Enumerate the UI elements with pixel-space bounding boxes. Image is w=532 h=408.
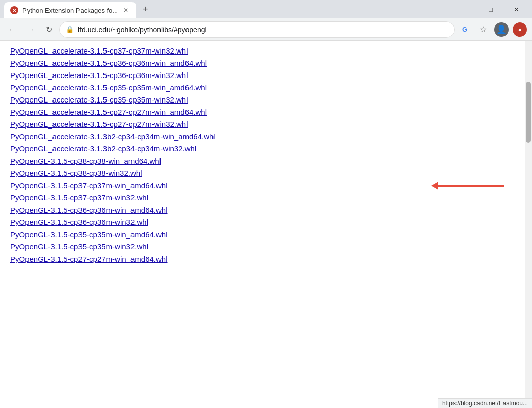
bookmark-button[interactable]: ☆ bbox=[475, 21, 491, 38]
tab-title: Python Extension Packages fo... bbox=[22, 7, 118, 14]
package-link[interactable]: PyOpenGL_accelerate-3.1.5-cp36-cp36m-win… bbox=[10, 59, 207, 67]
list-item: PyOpenGL-3.1.5-cp37-cp37m-win_amd64.whl bbox=[10, 180, 515, 192]
list-item: PyOpenGL_accelerate-3.1.5-cp35-cp35m-win… bbox=[10, 94, 515, 106]
list-item: PyOpenGL_accelerate-3.1.3b2-cp34-cp34m-w… bbox=[10, 131, 515, 143]
back-button[interactable]: ← bbox=[4, 21, 20, 38]
list-item: PyOpenGL_accelerate-3.1.5-cp37-cp37m-win… bbox=[10, 45, 515, 57]
tab-favicon: ✕ bbox=[10, 6, 18, 14]
address-text: lfd.uci.edu/~gohlke/pythonlibs/#pyopengl bbox=[78, 26, 448, 34]
package-link[interactable]: PyOpenGL-3.1.5-cp35-cp35m-win32.whl bbox=[10, 242, 148, 251]
package-link[interactable]: PyOpenGL-3.1.5-cp38-cp38-win_amd64.whl bbox=[10, 157, 161, 165]
statusbar-text: https://blog.csdn.net/Eastmou... bbox=[442, 400, 528, 407]
package-link[interactable]: PyOpenGL-3.1.5-cp27-cp27m-win_amd64.whl bbox=[10, 254, 168, 263]
window-controls: — □ ✕ bbox=[454, 1, 528, 17]
package-link[interactable]: PyOpenGL_accelerate-3.1.5-cp35-cp35m-win… bbox=[10, 95, 188, 104]
list-item: PyOpenGL-3.1.5-cp36-cp36m-win_amd64.whl bbox=[10, 204, 515, 216]
package-link[interactable]: PyOpenGL_accelerate-3.1.5-cp35-cp35m-win… bbox=[10, 83, 207, 92]
lock-icon: 🔒 bbox=[66, 26, 74, 33]
package-link[interactable]: PyOpenGL-3.1.5-cp38-cp38-win32.whl bbox=[10, 169, 142, 177]
profile-avatar: 👤 bbox=[494, 22, 509, 37]
package-link[interactable]: PyOpenGL_accelerate-3.1.5-cp27-cp27m-win… bbox=[10, 120, 188, 129]
extension-icon: ● bbox=[513, 22, 527, 37]
translate-icon: G bbox=[462, 26, 467, 33]
tab-close-button[interactable]: ✕ bbox=[122, 6, 130, 14]
list-item: PyOpenGL-3.1.5-cp35-cp35m-win32.whl bbox=[10, 241, 515, 253]
scrollbar-thumb[interactable] bbox=[526, 82, 531, 143]
list-item: PyOpenGL_accelerate-3.1.5-cp36-cp36m-win… bbox=[10, 69, 515, 82]
browser-tab[interactable]: ✕ Python Extension Packages fo... ✕ bbox=[4, 2, 136, 18]
package-link[interactable]: PyOpenGL_accelerate-3.1.5-cp36-cp36m-win… bbox=[10, 71, 188, 80]
navbar: ← → ↻ 🔒 lfd.uci.edu/~gohlke/pythonlibs/#… bbox=[0, 18, 532, 41]
arrow-head-icon bbox=[431, 182, 438, 190]
content-area: PyOpenGL_accelerate-3.1.5-cp37-cp37m-win… bbox=[0, 41, 532, 408]
list-item: PyOpenGL-3.1.5-cp36-cp36m-win32.whl bbox=[10, 216, 515, 228]
list-item: PyOpenGL-3.1.5-cp35-cp35m-win_amd64.whl bbox=[10, 228, 515, 241]
package-link[interactable]: PyOpenGL_accelerate-3.1.5-cp37-cp37m-win… bbox=[10, 46, 188, 55]
list-item: PyOpenGL_accelerate-3.1.5-cp35-cp35m-win… bbox=[10, 82, 515, 94]
scrollbar-track[interactable] bbox=[525, 41, 532, 408]
forward-button[interactable]: → bbox=[22, 21, 39, 38]
address-bar[interactable]: 🔒 lfd.uci.edu/~gohlke/pythonlibs/#pyopen… bbox=[59, 21, 455, 38]
package-link[interactable]: PyOpenGL-3.1.5-cp36-cp36m-win_amd64.whl bbox=[10, 206, 168, 214]
arrow-annotation bbox=[431, 182, 504, 190]
maximize-button[interactable]: □ bbox=[479, 1, 502, 17]
package-link[interactable]: PyOpenGL_accelerate-3.1.5-cp27-cp27m-win… bbox=[10, 108, 207, 116]
arrow-body bbox=[438, 185, 504, 187]
list-item: PyOpenGL-3.1.5-cp27-cp27m-win_amd64.whl bbox=[10, 253, 515, 265]
translate-button[interactable]: G bbox=[457, 21, 473, 38]
list-item: PyOpenGL_accelerate-3.1.3b2-cp34-cp34m-w… bbox=[10, 143, 515, 155]
list-item: PyOpenGL-3.1.5-cp38-cp38-win_amd64.whl bbox=[10, 155, 515, 167]
list-item: PyOpenGL_accelerate-3.1.5-cp27-cp27m-win… bbox=[10, 118, 515, 131]
list-item: PyOpenGL-3.1.5-cp38-cp38-win32.whl bbox=[10, 167, 515, 180]
list-item: PyOpenGL_accelerate-3.1.5-cp36-cp36m-win… bbox=[10, 57, 515, 69]
new-tab-button[interactable]: + bbox=[138, 2, 152, 16]
package-link[interactable]: PyOpenGL_accelerate-3.1.3b2-cp34-cp34m-w… bbox=[10, 132, 216, 141]
star-icon: ☆ bbox=[480, 24, 487, 34]
main-content: PyOpenGL_accelerate-3.1.5-cp37-cp37m-win… bbox=[0, 41, 525, 408]
package-link[interactable]: PyOpenGL-3.1.5-cp37-cp37m-win32.whl bbox=[10, 193, 148, 202]
profile-button[interactable]: 👤 bbox=[493, 21, 510, 38]
minimize-button[interactable]: — bbox=[454, 1, 477, 17]
nav-actions: G ☆ 👤 ● bbox=[457, 21, 528, 38]
titlebar: ✕ Python Extension Packages fo... ✕ + — … bbox=[0, 0, 532, 18]
close-button[interactable]: ✕ bbox=[504, 1, 528, 17]
package-link[interactable]: PyOpenGL-3.1.5-cp35-cp35m-win_amd64.whl bbox=[10, 230, 168, 239]
package-link[interactable]: PyOpenGL_accelerate-3.1.3b2-cp34-cp34m-w… bbox=[10, 144, 196, 153]
extension-button[interactable]: ● bbox=[512, 21, 528, 38]
links-list: PyOpenGL_accelerate-3.1.5-cp37-cp37m-win… bbox=[10, 45, 515, 265]
list-item: PyOpenGL-3.1.5-cp37-cp37m-win32.whl bbox=[10, 192, 515, 204]
package-link[interactable]: PyOpenGL-3.1.5-cp37-cp37m-win_amd64.whl bbox=[10, 181, 168, 190]
list-item: PyOpenGL_accelerate-3.1.5-cp27-cp27m-win… bbox=[10, 106, 515, 118]
refresh-button[interactable]: ↻ bbox=[41, 21, 57, 38]
package-link[interactable]: PyOpenGL-3.1.5-cp36-cp36m-win32.whl bbox=[10, 218, 148, 226]
statusbar: https://blog.csdn.net/Eastmou... bbox=[438, 398, 532, 408]
